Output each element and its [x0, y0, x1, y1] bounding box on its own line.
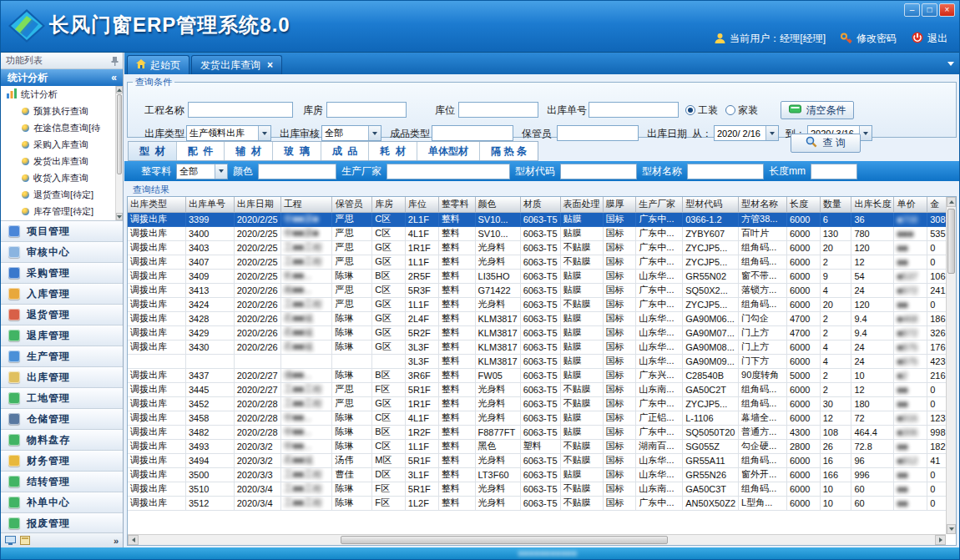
scroll-down-icon[interactable]: [947, 524, 956, 534]
vertical-scrollbar[interactable]: [946, 197, 956, 534]
column-header[interactable]: 出库单号: [185, 197, 234, 212]
table-row[interactable]: 调拨出库34032020/2/25工■■工程严思G区1R1F整料光身料6063-…: [128, 240, 956, 255]
tree-item[interactable]: 发货出库查询: [1, 153, 115, 169]
logout-button[interactable]: 退出: [912, 32, 947, 46]
tree-scrollbar[interactable]: [115, 86, 123, 220]
sidebar-section[interactable]: 工地管理: [1, 388, 123, 409]
sidebar-section[interactable]: 物料盘存: [1, 430, 123, 451]
tree-item[interactable]: 在途信息查询[待: [1, 119, 115, 136]
sidebar-section[interactable]: 补单中心: [1, 492, 123, 513]
radio-workwear[interactable]: [685, 105, 695, 115]
stats-section-header[interactable]: 统计分析 «: [1, 69, 123, 86]
column-header[interactable]: 表面处理: [560, 197, 603, 212]
scroll-up-icon[interactable]: [947, 197, 956, 207]
panel-icon[interactable]: [20, 533, 30, 548]
footer-more-button[interactable]: »: [114, 536, 119, 546]
tree-item[interactable]: 预算执行查询: [1, 103, 115, 119]
material-tab[interactable]: 耗 材: [369, 142, 417, 160]
sidebar-section[interactable]: 采购管理: [1, 263, 123, 284]
sidebar-section[interactable]: 退货管理: [1, 305, 123, 325]
scroll-right-icon[interactable]: [935, 535, 946, 545]
column-header[interactable]: 型材名称: [739, 197, 787, 212]
warehouse-input[interactable]: [326, 102, 407, 118]
sidebar-section[interactable]: 财务管理: [1, 451, 123, 472]
column-header[interactable]: 整零料: [438, 197, 475, 212]
material-tab[interactable]: 型 材: [129, 142, 177, 160]
keeper-input[interactable]: [557, 125, 639, 141]
outbound-type-select[interactable]: 生产领料出库: [186, 125, 271, 141]
sidebar-section[interactable]: 出库管理: [1, 367, 123, 388]
scroll-thumb[interactable]: [341, 536, 668, 544]
table-row[interactable]: 调拨出库35122020/3/4工■■工程陈琳F区1L2F整料光身料6063-T…: [128, 496, 956, 510]
sidebar-section[interactable]: 项目管理: [1, 221, 123, 242]
sidebar-section[interactable]: 生产管理: [1, 346, 123, 367]
table-row[interactable]: 调拨出库34452020/2/27工■■工程严思F区5R1F整料光身料6063-…: [128, 382, 956, 396]
tree-item[interactable]: 库存管理[待定]: [1, 203, 115, 219]
table-row[interactable]: 调拨出库34302020/2/26石■■城陈琳G区3L3F整料KLM381760…: [128, 340, 956, 354]
table-row[interactable]: 调拨出库34092020/2/25长■■...陈琳B区2R5F整料LI35HO6…: [128, 269, 956, 283]
column-header[interactable]: 单价: [894, 197, 927, 212]
collapse-icon[interactable]: «: [111, 69, 117, 86]
maximize-button[interactable]: □: [922, 3, 937, 17]
sidebar-section[interactable]: 结转管理: [1, 472, 123, 492]
product-type-input[interactable]: [432, 125, 513, 141]
column-header[interactable]: 膜厚: [603, 197, 636, 212]
column-header[interactable]: 保管员: [332, 197, 372, 212]
table-row[interactable]: 调拨出库34522020/2/28工■■工程严思G区1R1F整料光身料6063-…: [128, 396, 956, 411]
table-row[interactable]: 调拨出库34282020/2/26石■■城陈琳G区2L4F整料KLM381760…: [128, 311, 956, 325]
sidebar-section[interactable]: 入库管理: [1, 284, 123, 305]
table-row[interactable]: 调拨出库34932020/3/2华■■...陈琳C区1L1F整料黑色塑料不贴膜国…: [128, 439, 956, 453]
outbound-order-input[interactable]: [589, 102, 679, 118]
material-tab[interactable]: 玻 璃: [273, 142, 321, 160]
tree-root-stats[interactable]: 统计分析: [1, 86, 115, 103]
length-input[interactable]: [811, 164, 857, 179]
column-header[interactable]: 型材代码: [683, 197, 739, 212]
tree-item[interactable]: 收货入库查询: [1, 169, 115, 186]
column-header[interactable]: 出库类型: [128, 197, 185, 212]
location-input[interactable]: [458, 102, 538, 118]
column-header[interactable]: 出库长度: [851, 197, 894, 212]
audit-select[interactable]: 全部: [321, 125, 381, 141]
close-button[interactable]: ×: [939, 3, 955, 17]
sidebar-section[interactable]: 退库管理: [1, 325, 123, 346]
search-button[interactable]: 查 询: [791, 134, 861, 153]
minimize-button[interactable]: –: [904, 3, 920, 17]
profile-name-input[interactable]: [687, 164, 764, 179]
tab-home[interactable]: 起始页: [127, 55, 189, 74]
tree-item[interactable]: 采购入库查询: [1, 136, 115, 153]
column-header[interactable]: 库位: [405, 197, 438, 212]
manufacturer-input[interactable]: [387, 164, 510, 179]
material-tab[interactable]: 配 件: [177, 142, 225, 160]
horizontal-scrollbar[interactable]: [128, 534, 946, 545]
material-tab[interactable]: 成 品: [321, 142, 370, 160]
profile-code-input[interactable]: [560, 164, 637, 179]
table-row[interactable]: 调拨出库34132020/2/26南■■...严思C区5R3F整料G714226…: [128, 283, 956, 297]
project-name-input[interactable]: [188, 102, 293, 118]
table-row[interactable]: 调拨出库34002020/2/25华■■源■严思C区4L1F整料SV10...6…: [128, 226, 956, 240]
clear-conditions-button[interactable]: 清空条件: [781, 101, 854, 119]
column-header[interactable]: 工程: [280, 197, 332, 212]
monitor-icon[interactable]: [5, 533, 16, 548]
material-tab[interactable]: 隔 热 条: [480, 142, 538, 160]
tab-shipment-outbound-query[interactable]: 发货出库查询 ×: [191, 55, 282, 74]
column-header[interactable]: 颜色: [475, 197, 520, 212]
table-row[interactable]: 调拨出库34942020/3/2石■■城汤伟M区5R1F整料光身料6063-T5…: [128, 453, 956, 467]
table-row[interactable]: 调拨出库34242020/2/26工■■工程严思G区1L1F整料光身料6063-…: [128, 297, 956, 311]
table-row[interactable]: 调拨出库35102020/3/4工■■工程陈琳F区5R1F整料光身料6063-T…: [128, 482, 956, 496]
scroll-left-icon[interactable]: [128, 535, 139, 545]
table-row[interactable]: 调拨出库35002020/3/3工■■工程曹佳D区3L1F整料LT3F60606…: [128, 467, 956, 482]
column-header[interactable]: 出库日期: [234, 197, 280, 212]
change-password-button[interactable]: 修改密码: [841, 32, 897, 46]
scroll-thumb[interactable]: [117, 94, 122, 174]
scroll-up-icon[interactable]: [116, 86, 123, 93]
column-header[interactable]: 生产厂家: [636, 197, 683, 212]
table-row[interactable]: 调拨出库34072020/2/25工■■工程严思G区1L1F整料光身料6063-…: [128, 255, 956, 269]
tab-overflow-dropdown-icon[interactable]: [947, 54, 954, 69]
tab-close-icon[interactable]: ×: [267, 59, 273, 71]
table-row[interactable]: 3L3F整料KLM38176063-T5贴膜国标山东华...GA90M09...…: [128, 354, 956, 368]
column-header[interactable]: 库房: [372, 197, 406, 212]
color-input[interactable]: [258, 164, 336, 179]
date-from-picker[interactable]: 2020/ 2/16: [714, 125, 779, 141]
scroll-thumb[interactable]: [947, 209, 955, 274]
column-header[interactable]: 长度: [786, 197, 820, 212]
